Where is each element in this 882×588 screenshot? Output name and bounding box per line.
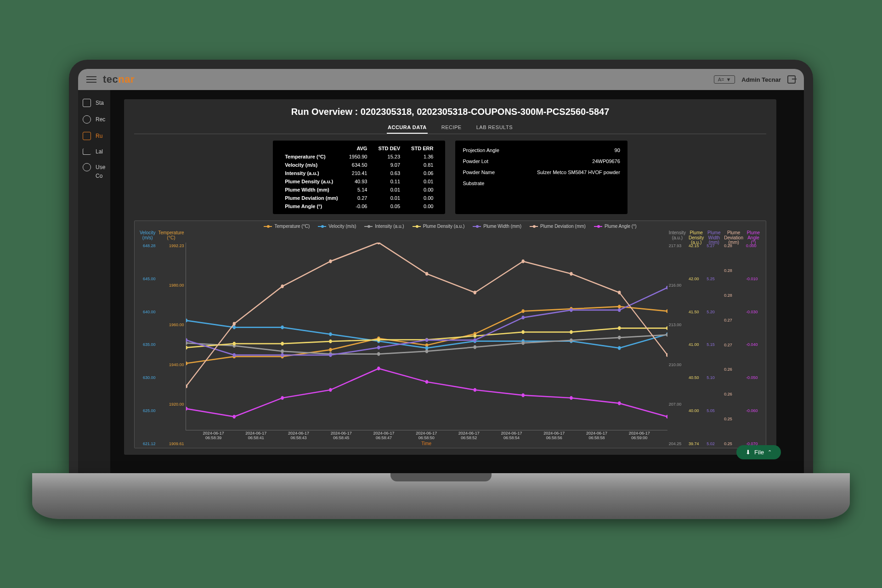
legend-item[interactable]: Plume Angle (°) xyxy=(594,224,637,229)
overview-title: Run Overview : 0202305318, 0202305318-CO… xyxy=(134,107,766,117)
svg-point-3 xyxy=(329,348,332,351)
legend-item[interactable]: Plume Density (a.u.) xyxy=(413,224,465,229)
svg-point-54 xyxy=(666,286,667,289)
sidebar-item-runs[interactable]: Ru xyxy=(78,128,110,144)
svg-point-43 xyxy=(666,326,667,330)
svg-point-37 xyxy=(377,338,380,342)
svg-point-16 xyxy=(425,346,428,350)
stats-card: AVGSTD DEVSTD ERRTemperature (°C)1950.90… xyxy=(273,141,445,214)
svg-point-49 xyxy=(425,338,428,342)
svg-point-51 xyxy=(521,316,524,319)
legend-item[interactable]: Temperature (°C) xyxy=(264,224,310,229)
svg-point-67 xyxy=(232,415,235,418)
sidebar-item-co[interactable]: Co xyxy=(78,173,110,183)
svg-point-26 xyxy=(377,352,380,356)
svg-point-74 xyxy=(570,396,572,400)
legend-item[interactable]: Velocity (m/s) xyxy=(318,224,356,229)
svg-point-9 xyxy=(618,305,621,308)
svg-point-36 xyxy=(329,339,332,343)
svg-point-62 xyxy=(521,260,524,263)
legend-item[interactable]: Intensity (a.u.) xyxy=(364,224,404,229)
sidebar-item-lab[interactable]: Lal xyxy=(78,144,110,159)
current-user: Admin Tecnar xyxy=(741,76,781,83)
svg-point-60 xyxy=(425,272,428,276)
svg-point-29 xyxy=(521,341,524,345)
sidebar-item-recipes[interactable]: Rec xyxy=(78,111,110,128)
svg-point-10 xyxy=(666,309,667,313)
svg-point-20 xyxy=(618,346,621,350)
svg-point-45 xyxy=(232,353,235,357)
svg-point-39 xyxy=(473,334,476,338)
svg-point-59 xyxy=(377,243,380,244)
svg-point-41 xyxy=(570,330,572,334)
x-axis-label: Time xyxy=(186,441,667,446)
svg-point-50 xyxy=(473,338,476,342)
svg-point-24 xyxy=(281,350,283,353)
topbar: tecnar A=▼ Admin Tecnar xyxy=(78,69,804,90)
brand-logo: tecnar xyxy=(103,74,135,85)
svg-point-64 xyxy=(618,291,621,294)
svg-point-46 xyxy=(281,353,283,357)
svg-point-35 xyxy=(281,342,283,345)
svg-point-75 xyxy=(618,401,621,405)
tab-accura-data[interactable]: ACCURA DATA xyxy=(387,122,428,134)
svg-point-66 xyxy=(186,407,187,410)
svg-point-61 xyxy=(473,291,476,294)
svg-point-48 xyxy=(377,346,380,350)
svg-point-52 xyxy=(570,308,572,312)
svg-point-27 xyxy=(425,350,428,353)
chart: Temperature (°C)Velocity (m/s)Intensity … xyxy=(134,220,766,448)
svg-point-33 xyxy=(186,346,187,350)
svg-point-11 xyxy=(186,318,187,322)
tab-recipe[interactable]: RECIPE xyxy=(441,122,463,134)
legend-item[interactable]: Plume Deviation (mm) xyxy=(530,224,586,229)
svg-point-53 xyxy=(618,308,621,312)
meta-card: Projection Angle90Powder Lot24WP09676Pow… xyxy=(455,141,627,214)
svg-point-30 xyxy=(570,339,572,342)
language-picker[interactable]: A=▼ xyxy=(714,75,735,84)
tab-lab-results[interactable]: LAB RESULTS xyxy=(475,122,514,134)
export-file-button[interactable]: ⬇File⌃ xyxy=(736,445,781,459)
legend-item[interactable]: Plume Width (mm) xyxy=(473,224,521,229)
run-overview-panel: Run Overview : 0202305318, 0202305318-CO… xyxy=(124,99,776,455)
svg-point-14 xyxy=(329,333,332,336)
svg-point-72 xyxy=(473,388,476,392)
svg-point-56 xyxy=(232,322,235,326)
svg-point-28 xyxy=(473,345,476,349)
svg-point-34 xyxy=(232,342,235,345)
logout-icon[interactable] xyxy=(787,75,796,84)
svg-point-71 xyxy=(425,380,428,384)
svg-point-73 xyxy=(521,393,524,397)
menu-icon[interactable] xyxy=(86,76,96,83)
svg-point-63 xyxy=(570,272,572,276)
tabs: ACCURA DATA RECIPE LAB RESULTS xyxy=(134,122,766,134)
svg-point-7 xyxy=(521,309,524,313)
svg-point-44 xyxy=(186,338,187,342)
svg-point-13 xyxy=(281,325,283,329)
sidebar-item-stats[interactable]: Sta xyxy=(78,95,110,111)
svg-point-42 xyxy=(618,326,621,330)
svg-point-58 xyxy=(329,260,332,263)
svg-point-68 xyxy=(281,396,283,400)
svg-point-40 xyxy=(521,330,524,334)
svg-point-57 xyxy=(281,284,283,288)
svg-point-31 xyxy=(618,336,621,339)
svg-point-12 xyxy=(232,325,235,329)
svg-point-70 xyxy=(377,367,380,370)
svg-point-69 xyxy=(329,388,332,392)
sidebar: Sta Rec Ru Lal Use Co xyxy=(78,90,110,473)
svg-point-76 xyxy=(666,415,667,418)
svg-point-0 xyxy=(186,362,187,365)
svg-point-47 xyxy=(329,353,332,357)
